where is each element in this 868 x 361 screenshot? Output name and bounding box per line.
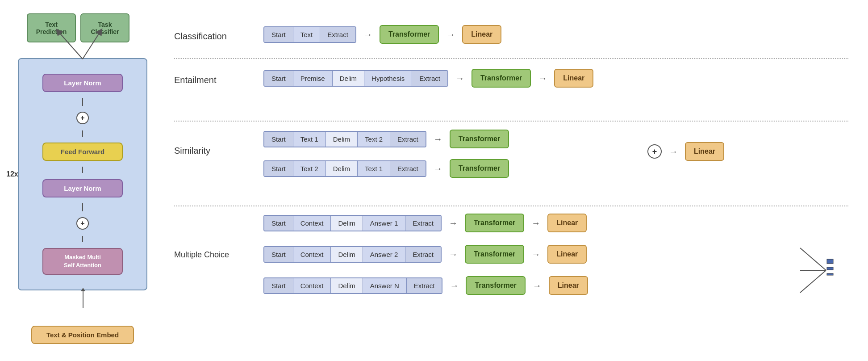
layer-norm-bottom: Layer Norm: [42, 179, 123, 197]
mc-token-delim-1: Delim: [331, 216, 363, 231]
token-premise: Premise: [293, 71, 333, 86]
linear-mc-1: Linear: [547, 214, 587, 232]
svg-line-2: [800, 248, 826, 270]
token-text: Text: [293, 27, 321, 42]
mc-token-delim-2: Delim: [331, 247, 363, 262]
arrow-to-transformer-s1: →: [434, 134, 442, 144]
mc-token-bracket-2: Start Context Delim Answer 2 Extract: [263, 246, 442, 263]
mc-token-start-1: Start: [264, 216, 293, 231]
svg-rect-5: [827, 259, 833, 264]
add-symbol-bottom: +: [76, 217, 89, 230]
mc-token-answer-1: Answer 1: [363, 216, 406, 231]
mc-token-start-2: Start: [264, 247, 293, 262]
transformer-mc-1: Transformer: [465, 214, 524, 232]
similarity-row1: Start Text 1 Delim Text 2 Extract → Tran…: [263, 130, 509, 148]
arrow-to-linear-mc2: →: [531, 249, 540, 260]
linear-entailment: Linear: [554, 69, 593, 88]
mc-combine: [799, 235, 835, 306]
token-start-s1: Start: [264, 132, 293, 147]
add-symbol-similarity: +: [647, 144, 662, 159]
mc-token-delim-3: Delim: [331, 278, 363, 293]
mc-combine-svg: [799, 235, 835, 306]
masked-attention: Masked MultiSelf Attention: [42, 248, 123, 275]
mc-row3: Start Context Delim Answer N Extract → T…: [263, 276, 588, 295]
layer-norm-top: Layer Norm: [42, 74, 123, 92]
mc-token-start-3: Start: [264, 278, 293, 293]
transformer-mc-3: Transformer: [466, 276, 525, 295]
transformer-classification: Transformer: [380, 25, 439, 44]
add-symbol-top: +: [76, 112, 89, 124]
diagram-container: TextPrediction TaskClassifier 12x Layer …: [0, 0, 868, 361]
mc-token-extract-2: Extract: [405, 247, 441, 262]
transformer-similarity-2: Transformer: [450, 159, 509, 178]
token-start: Start: [264, 27, 293, 42]
arrow-to-linear-mc1: →: [531, 218, 540, 228]
similarity-token-bracket-2: Start Text 2 Delim Text 1 Extract: [263, 160, 426, 177]
token-delim-e: Delim: [333, 71, 364, 86]
linear-similarity: Linear: [685, 142, 724, 161]
token-extract-e: Extract: [412, 71, 447, 86]
left-panel: TextPrediction TaskClassifier 12x Layer …: [13, 13, 165, 344]
arrow-to-linear-mc3: →: [533, 281, 542, 291]
token-extract-s2: Extract: [390, 161, 426, 176]
transformer-entailment: Transformer: [472, 69, 531, 88]
transformer-similarity-1: Transformer: [450, 130, 509, 148]
output-boxes: TextPrediction TaskClassifier: [27, 13, 129, 42]
token-text2: Text 2: [358, 132, 390, 147]
similarity-label: Similarity: [174, 146, 210, 156]
svg-rect-6: [827, 267, 833, 270]
arrow-to-linear-s: →: [669, 147, 678, 157]
linear-classification: Linear: [462, 25, 501, 44]
classification-label: Classification: [174, 31, 227, 42]
svg-rect-7: [827, 273, 833, 275]
token-extract: Extract: [320, 27, 355, 42]
arrowhead-embed-up: [81, 288, 85, 291]
module-stack: Layer Norm + Feed Forward Layer Norm + M…: [26, 66, 139, 282]
dotted-line-1: [174, 58, 848, 59]
arrow-to-transformer-s2: →: [434, 164, 442, 174]
mc-token-answer-2: Answer 2: [363, 247, 406, 262]
classification-token-bracket: Start Text Extract: [263, 26, 356, 43]
mc-token-bracket-1: Start Context Delim Answer 1 Extract: [263, 215, 442, 231]
similarity-row2: Start Text 2 Delim Text 1 Extract → Tran…: [263, 159, 509, 178]
mc-row1: Start Context Delim Answer 1 Extract → T…: [263, 214, 587, 232]
token-text2-a: Text 2: [293, 161, 326, 176]
token-delim-s2: Delim: [326, 161, 358, 176]
token-text1: Text 1: [293, 132, 326, 147]
dotted-line-2: [174, 121, 848, 122]
token-extract-s1: Extract: [390, 132, 426, 147]
mc-token-bracket-3: Start Context Delim Answer N Extract: [263, 277, 442, 294]
right-panel: Classification Start Text Extract → Tran…: [174, 9, 848, 352]
entailment-token-bracket: Start Premise Delim Hypothesis Extract: [263, 70, 448, 87]
token-hypothesis: Hypothesis: [364, 71, 412, 86]
token-start-s2: Start: [264, 161, 293, 176]
multiple-choice-label: Multiple Choice: [174, 250, 229, 260]
token-start-e: Start: [264, 71, 293, 86]
arrow-to-transformer-e: →: [455, 73, 464, 84]
dotted-line-3: [174, 206, 848, 206]
embed-box: Text & Position Embed: [31, 326, 134, 344]
transformer-block: 12x Layer Norm + Feed Forward Layer Norm…: [18, 58, 147, 290]
arrow-to-transformer-mc2: →: [449, 249, 458, 260]
linear-mc-2: Linear: [547, 245, 587, 264]
arrow-to-transformer-mc1: →: [449, 218, 458, 228]
text-prediction-box: TextPrediction: [27, 13, 76, 42]
svg-line-4: [800, 270, 826, 293]
mc-token-extract-3: Extract: [407, 278, 442, 293]
token-delim-s1: Delim: [326, 132, 358, 147]
classification-tokens: Start Text Extract → Transformer → Linea…: [263, 25, 501, 44]
arrow-embed-to-block: [83, 290, 83, 308]
entailment-label: Entailment: [174, 75, 217, 85]
mc-row2: Start Context Delim Answer 2 Extract → T…: [263, 245, 587, 264]
entailment-tokens: Start Premise Delim Hypothesis Extract →…: [263, 69, 593, 88]
repeat-label: 12x: [6, 170, 18, 178]
transformer-mc-2: Transformer: [465, 245, 524, 264]
mc-token-extract-1: Extract: [405, 216, 441, 231]
mc-token-context-2: Context: [293, 247, 331, 262]
similarity-token-bracket-1: Start Text 1 Delim Text 2 Extract: [263, 131, 426, 147]
mc-token-context-1: Context: [293, 216, 331, 231]
mc-token-context-3: Context: [293, 278, 331, 293]
token-text1-b: Text 1: [358, 161, 390, 176]
similarity-combine: + → Linear: [647, 142, 724, 161]
mc-token-answer-n: Answer N: [363, 278, 407, 293]
